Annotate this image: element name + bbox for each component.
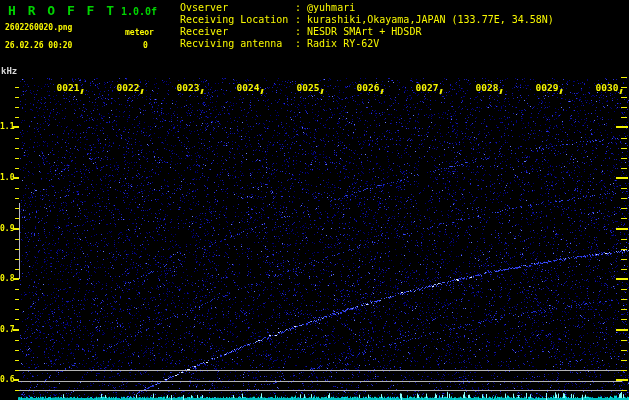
freq-minor-tick-left xyxy=(15,370,19,371)
time-axis-label: 0027 xyxy=(412,82,442,93)
freq-minor-tick-right xyxy=(621,188,627,189)
time-axis-label: 0028 xyxy=(472,82,502,93)
freq-minor-tick-right xyxy=(621,107,627,108)
freq-minor-tick-right xyxy=(621,148,627,149)
freq-minor-tick-left xyxy=(15,117,19,118)
time-axis-tick xyxy=(80,89,83,94)
freq-minor-tick-right xyxy=(621,208,627,209)
freq-axis-label: 0.9 xyxy=(0,224,14,233)
freq-minor-tick-left xyxy=(15,188,19,189)
freq-major-tick-left xyxy=(13,228,19,230)
freq-minor-tick-left xyxy=(15,299,19,300)
freq-minor-tick-left xyxy=(15,218,19,219)
time-axis-tick xyxy=(200,89,203,94)
time-axis-label: 0026 xyxy=(353,82,383,93)
freq-major-tick-left xyxy=(13,329,19,331)
freq-minor-tick-right xyxy=(621,259,627,260)
freq-minor-tick-right xyxy=(621,249,627,250)
freq-minor-tick-left xyxy=(15,390,19,391)
freq-minor-tick-left xyxy=(15,319,19,320)
freq-minor-tick-right xyxy=(621,309,627,310)
freq-minor-tick-left xyxy=(15,208,19,209)
freq-axis-label: 1.0 xyxy=(0,173,14,182)
freq-minor-tick-left xyxy=(15,148,19,149)
time-axis-label: 0029 xyxy=(532,82,562,93)
freq-axis-label: 0.7 xyxy=(0,325,14,334)
freq-major-tick-right xyxy=(616,379,628,381)
freq-minor-tick-left xyxy=(15,158,19,159)
time-axis-label: 0024 xyxy=(233,82,263,93)
freq-minor-tick-left xyxy=(15,259,19,260)
time-axis-tick xyxy=(619,89,622,94)
freq-minor-tick-right xyxy=(621,138,627,139)
freq-minor-tick-left xyxy=(15,269,19,270)
freq-major-tick-left xyxy=(13,177,19,179)
freq-minor-tick-right xyxy=(621,239,627,240)
freq-minor-tick-left xyxy=(15,360,19,361)
time-axis-label: 0022 xyxy=(113,82,143,93)
time-axis-tick xyxy=(439,89,442,94)
freq-minor-tick-right xyxy=(621,158,627,159)
freq-minor-tick-right xyxy=(621,299,627,300)
freq-minor-tick-left xyxy=(15,97,19,98)
freq-minor-tick-left xyxy=(15,198,19,199)
freq-axis-label: 0.6 xyxy=(0,375,14,384)
time-axis-tick xyxy=(380,89,383,94)
freq-minor-tick-right xyxy=(621,168,627,169)
freq-minor-tick-left xyxy=(15,350,19,351)
freq-minor-tick-right xyxy=(621,319,627,320)
freq-major-tick-right xyxy=(616,278,628,280)
freq-major-tick-right xyxy=(616,228,628,230)
freq-major-tick-left xyxy=(13,379,19,381)
freq-minor-tick-left xyxy=(15,239,19,240)
time-axis-label: 0025 xyxy=(293,82,323,93)
freq-minor-tick-right xyxy=(621,97,627,98)
freq-minor-tick-right xyxy=(621,370,627,371)
freq-minor-tick-left xyxy=(15,289,19,290)
freq-major-tick-right xyxy=(616,126,628,128)
freq-minor-tick-left xyxy=(15,87,19,88)
time-axis-tick xyxy=(499,89,502,94)
freq-minor-tick-left xyxy=(15,107,19,108)
freq-minor-tick-left xyxy=(15,168,19,169)
time-axis-label: 0021 xyxy=(53,82,83,93)
freq-minor-tick-right xyxy=(621,350,627,351)
time-axis-tick xyxy=(320,89,323,94)
freq-minor-tick-right xyxy=(621,269,627,270)
freq-major-tick-right xyxy=(616,177,628,179)
freq-minor-tick-right xyxy=(621,340,627,341)
freq-minor-tick-right xyxy=(621,289,627,290)
freq-minor-tick-right xyxy=(621,117,627,118)
freq-minor-tick-left xyxy=(15,340,19,341)
freq-minor-tick-right xyxy=(621,390,627,391)
axes-layer: 1.11.00.90.80.70.60021002200230024002500… xyxy=(0,0,629,400)
freq-minor-tick-left xyxy=(15,249,19,250)
freq-minor-tick-left xyxy=(15,138,19,139)
freq-minor-tick-right xyxy=(621,218,627,219)
freq-major-tick-left xyxy=(13,278,19,280)
freq-minor-tick-right xyxy=(621,198,627,199)
time-axis-tick xyxy=(260,89,263,94)
freq-major-tick-left xyxy=(13,126,19,128)
hrofft-output-image: H R O F F T 1.0.0f 2602260020.png meteor… xyxy=(0,0,629,400)
freq-axis-label: 0.8 xyxy=(0,274,14,283)
freq-major-tick-right xyxy=(616,329,628,331)
freq-axis-label: 1.1 xyxy=(0,122,14,131)
time-axis-tick xyxy=(140,89,143,94)
freq-minor-tick-right xyxy=(621,77,627,78)
time-axis-label: 0030 xyxy=(592,82,622,93)
freq-minor-tick-right xyxy=(621,360,627,361)
time-axis-label: 0023 xyxy=(173,82,203,93)
time-axis-tick xyxy=(559,89,562,94)
freq-minor-tick-left xyxy=(15,309,19,310)
